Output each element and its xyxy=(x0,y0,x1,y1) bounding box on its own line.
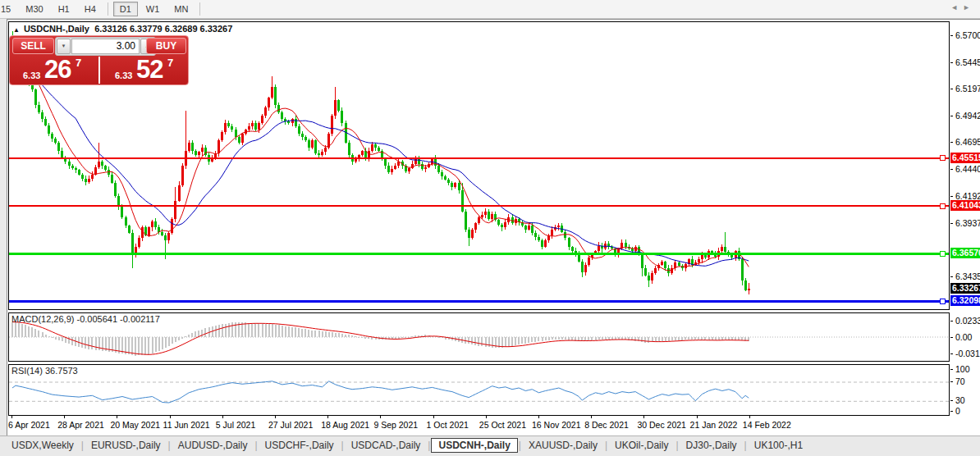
date-tick xyxy=(170,416,171,418)
date-tick xyxy=(327,416,328,418)
date-label: 21 Jan 2022 xyxy=(690,420,738,430)
date-tick xyxy=(117,416,117,418)
hline-handle[interactable] xyxy=(940,251,945,256)
date-label: 8 Dec 2021 xyxy=(584,420,629,430)
date-label: 27 Jul 2021 xyxy=(268,420,313,430)
macd-scale-label: 0.00 xyxy=(950,332,980,343)
timeframe-button-h1[interactable]: H1 xyxy=(52,2,76,16)
hline-handle[interactable] xyxy=(940,299,945,303)
macd-histogram xyxy=(11,322,749,356)
tab-usdx-weekly[interactable]: USDX,Weekly xyxy=(5,438,80,453)
tab-ukoil-daily[interactable]: UKOil-,Daily xyxy=(608,438,675,453)
date-label: 6 Apr 2021 xyxy=(8,420,50,430)
rsi-scale-label: 70 xyxy=(950,376,980,387)
date-tick xyxy=(591,416,592,418)
level-price-badge: 6.32098 xyxy=(950,295,980,306)
rsi-value: 36.7573 xyxy=(45,366,78,376)
price-tick-label: 6.54450 xyxy=(950,57,980,68)
price-tick-label: 6.46950 xyxy=(950,137,980,148)
date-label: 1 Oct 2021 xyxy=(427,420,469,430)
hline-handle[interactable] xyxy=(940,156,945,161)
tab-uk100-h1[interactable]: UK100-,H1 xyxy=(748,438,809,453)
date-label: 25 Oct 2021 xyxy=(479,420,526,430)
date-label: 9 Sep 2021 xyxy=(373,420,418,430)
price-tick-label: 6.57000 xyxy=(950,30,980,41)
price-tick-label: 6.39375 xyxy=(950,218,980,229)
sell-price-display[interactable]: 6.33 26 7 xyxy=(10,56,98,84)
date-tick xyxy=(486,416,487,418)
date-label: 20 May 2021 xyxy=(110,420,160,430)
hline-handle[interactable] xyxy=(940,203,945,208)
level-price-badge: 6.36570 xyxy=(950,248,980,258)
price-tick-label: 6.51975 xyxy=(950,84,980,94)
rsi-scale-label: 100 xyxy=(950,364,980,375)
tab-scroll-arrows: ◄► xyxy=(950,3,975,11)
chart-tab-bar: USDX,Weekly|EURUSD-,Daily|AUDUSD-,Daily|… xyxy=(0,435,980,454)
chart-title: ▲USDCNH-,Daily 6.33126 6.33779 6.32689 6… xyxy=(13,24,232,34)
level-price-badge: 6.45515 xyxy=(950,153,980,163)
date-tick xyxy=(749,416,750,418)
tab-xauusd-daily[interactable]: XAUUSD-,Daily xyxy=(522,438,604,453)
price-tick-label: 6.34350 xyxy=(950,271,980,282)
date-axis: 6 Apr 202128 Apr 202120 May 202111 Jun 2… xyxy=(8,416,950,434)
date-tick xyxy=(697,416,698,418)
rsi-scale-label: 30 xyxy=(950,395,980,406)
timeframe-button-15[interactable]: 15 xyxy=(0,2,17,16)
timeframe-button-d1[interactable]: D1 xyxy=(113,2,138,16)
date-label: 28 Apr 2021 xyxy=(57,420,104,430)
date-label: 16 Nov 2021 xyxy=(532,420,581,430)
toolbar-separator xyxy=(108,2,108,16)
rsi-indicator-pane[interactable] xyxy=(8,364,950,416)
chart-symbol-period: USDCNH-,Daily xyxy=(24,24,89,34)
tab-audusd-daily[interactable]: AUDUSD-,Daily xyxy=(172,438,254,453)
rsi-line xyxy=(12,381,749,403)
macd-label: MACD(12,26,9) -0.005641 -0.002117 xyxy=(11,314,160,324)
macd-main-value: -0.005641 xyxy=(76,314,117,324)
timeframe-button-w1[interactable]: W1 xyxy=(140,2,167,16)
date-label: 14 Feb 2022 xyxy=(743,420,791,430)
buy-button[interactable]: BUY xyxy=(146,38,186,54)
moving-averages xyxy=(12,55,749,271)
date-label: 5 Jul 2021 xyxy=(216,420,255,430)
timeframe-button-mn[interactable]: MN xyxy=(167,2,195,16)
volume-input[interactable]: 3.00 xyxy=(71,39,140,54)
date-tick xyxy=(433,416,434,418)
tab-scroll-left-icon[interactable]: ◄ xyxy=(950,3,963,11)
buy-price-display[interactable]: 6.33 52 7 xyxy=(100,56,188,84)
current-price-badge: 6.33267 xyxy=(950,283,980,294)
tab-scroll-right-icon[interactable]: ► xyxy=(963,3,975,11)
date-tick xyxy=(11,416,12,418)
tab-usdcnh-daily[interactable]: USDCNH-,Daily xyxy=(431,438,517,453)
rsi-label: RSI(14) 36.7573 xyxy=(11,366,78,376)
date-tick xyxy=(222,416,223,418)
date-tick xyxy=(64,416,65,418)
date-tick xyxy=(538,416,539,418)
tab-eurusd-daily[interactable]: EURUSD-,Daily xyxy=(85,438,167,453)
rsi-canvas[interactable] xyxy=(9,365,949,415)
date-tick xyxy=(643,416,644,418)
date-label: 18 Aug 2021 xyxy=(321,420,369,430)
timeframe-button-h4[interactable]: H4 xyxy=(78,2,103,16)
tab-usdcad-daily[interactable]: USDCAD-,Daily xyxy=(345,438,428,453)
toolbar-separator xyxy=(199,2,200,16)
rsi-scale-label: 0 xyxy=(950,406,980,417)
tab-dj30-daily[interactable]: DJ30-,Daily xyxy=(680,438,744,453)
level-price-badge: 6.41043 xyxy=(950,200,980,211)
collapse-arrow-icon[interactable]: ▲ xyxy=(13,26,20,34)
date-tick xyxy=(380,416,381,418)
price-scale: 6.570006.544506.519756.494256.469506.444… xyxy=(950,21,980,434)
timeframe-button-m30[interactable]: M30 xyxy=(19,2,49,16)
chart-ohlc-values: 6.33126 6.33779 6.32689 6.33267 xyxy=(94,24,232,34)
price-tick-label: 6.49425 xyxy=(950,111,980,121)
date-label: 30 Dec 2021 xyxy=(637,420,686,430)
price-tick-label: 6.44400 xyxy=(950,164,980,175)
macd-scale-label: -0.03174 xyxy=(950,349,980,359)
volume-decrease-button[interactable]: ▼ xyxy=(57,39,71,54)
sell-button[interactable]: SELL xyxy=(12,38,54,54)
date-label: 11 Jun 2021 xyxy=(163,420,210,430)
tab-usdchf-daily[interactable]: USDCHF-,Daily xyxy=(259,438,341,453)
macd-signal-value: -0.002117 xyxy=(120,314,160,324)
date-tick xyxy=(275,416,276,418)
macd-scale-label: 0.023365 xyxy=(950,316,980,326)
one-click-trading-panel: SELL ▼ 3.00 ▲ BUY 6.33 26 7 6.33 52 7 xyxy=(9,35,189,85)
